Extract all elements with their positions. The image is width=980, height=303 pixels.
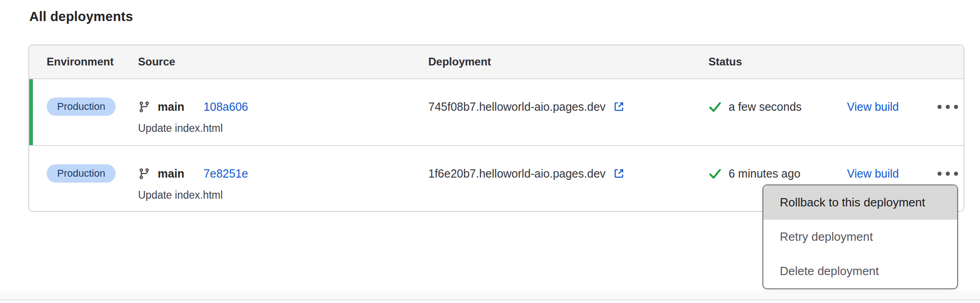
table-row: Production main 108a606 Update index.htm… xyxy=(29,79,964,145)
ellipsis-icon xyxy=(937,105,942,109)
source-cell: main 108a606 Update index.html xyxy=(138,79,428,145)
environment-badge: Production xyxy=(47,97,116,116)
external-link-icon[interactable] xyxy=(613,101,625,113)
commit-message: Update index.html xyxy=(138,188,428,202)
column-header-status: Status xyxy=(708,55,847,68)
status-time: a few seconds xyxy=(729,100,802,114)
environment-cell: Production xyxy=(47,79,138,145)
page-title: All deployments xyxy=(29,9,133,24)
page-divider xyxy=(0,299,980,300)
view-build-link[interactable]: View build xyxy=(847,167,899,180)
deployment-url: 745f08b7.helloworld-aio.pages.dev xyxy=(428,100,606,114)
commit-link[interactable]: 7e8251e xyxy=(203,167,248,180)
branch-name: main xyxy=(158,100,184,114)
table-header-row: Environment Source Deployment Status xyxy=(29,45,964,79)
deployment-cell: 745f08b7.helloworld-aio.pages.dev xyxy=(428,79,708,145)
menu-item-retry[interactable]: Retry deployment xyxy=(763,220,957,254)
environment-cell: Production xyxy=(47,146,138,211)
status-cell: a few seconds xyxy=(708,79,847,145)
ellipsis-icon xyxy=(937,172,942,176)
column-header-environment: Environment xyxy=(47,55,138,68)
deployment-url: 1f6e20b7.helloworld-aio.pages.dev xyxy=(428,167,606,180)
external-link-icon[interactable] xyxy=(613,168,625,179)
commit-link[interactable]: 108a606 xyxy=(203,100,248,114)
deployments-page: All deployments Environment Source Deplo… xyxy=(0,0,980,303)
git-branch-icon xyxy=(138,101,150,113)
menu-item-delete[interactable]: Delete deployment xyxy=(763,254,957,288)
branch-name: main xyxy=(158,167,184,180)
view-build-link[interactable]: View build xyxy=(847,100,899,114)
git-branch-icon xyxy=(138,168,150,180)
deployment-cell: 1f6e20b7.helloworld-aio.pages.dev xyxy=(428,146,708,211)
menu-item-rollback[interactable]: Rollback to this deployment xyxy=(763,185,957,220)
row-actions-button[interactable] xyxy=(935,98,961,115)
success-check-icon xyxy=(708,167,722,180)
commit-message: Update index.html xyxy=(138,121,428,135)
column-header-deployment: Deployment xyxy=(428,55,708,68)
view-build-cell: View build xyxy=(847,79,932,145)
current-deployment-indicator xyxy=(29,79,33,145)
deployment-context-menu: Rollback to this deployment Retry deploy… xyxy=(762,184,958,289)
source-cell: main 7e8251e Update index.html xyxy=(138,146,428,211)
column-header-source: Source xyxy=(138,55,428,68)
row-actions-cell xyxy=(932,79,964,145)
row-actions-button[interactable] xyxy=(935,165,961,182)
status-time: 6 minutes ago xyxy=(729,167,800,180)
success-check-icon xyxy=(708,100,722,114)
environment-badge: Production xyxy=(47,164,116,183)
footer-band xyxy=(0,292,980,299)
